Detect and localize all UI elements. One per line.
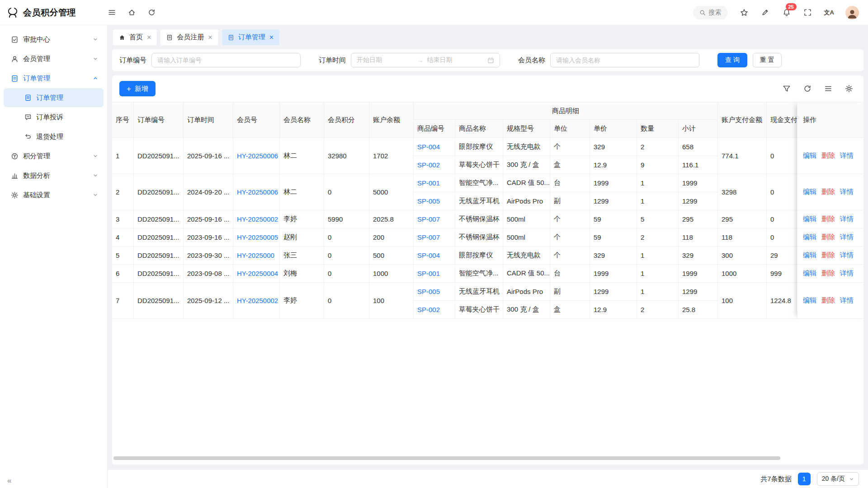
cell-product-qty: 1 [637, 246, 679, 265]
global-search[interactable]: 搜索 [693, 6, 728, 19]
tab-member-register[interactable]: 会员注册 × [160, 29, 218, 45]
gear-icon[interactable] [844, 84, 854, 93]
cell-product-qty: 2 [637, 228, 679, 246]
notification-bell-icon[interactable]: 25 [782, 8, 792, 18]
edit-link[interactable]: 编辑 [803, 152, 816, 160]
edit-link[interactable]: 编辑 [803, 215, 816, 223]
cell-product-unit: 台 [550, 174, 590, 192]
fullscreen-icon[interactable] [803, 8, 813, 18]
cell-member-name: 赵刚 [280, 228, 324, 246]
horizontal-scrollbar[interactable] [113, 456, 780, 460]
product-code-link[interactable]: SP-007 [417, 233, 440, 241]
delete-link[interactable]: 删除 [821, 233, 835, 242]
add-button[interactable]: + 新增 [119, 81, 156, 96]
refresh-icon[interactable] [803, 84, 812, 93]
detail-link[interactable]: 详情 [840, 251, 854, 260]
det​ail-link[interactable]: 详情 [840, 215, 854, 223]
avatar[interactable] [845, 6, 859, 19]
product-code-link[interactable]: SP-001 [417, 179, 440, 187]
col-member-points: 会员积分 [324, 102, 369, 138]
product-code-link[interactable]: SP-002 [417, 306, 440, 313]
close-icon[interactable]: × [147, 34, 151, 41]
density-icon[interactable] [824, 84, 833, 93]
sidebar-item-member-management[interactable]: 会员管理 [4, 49, 104, 68]
sidebar-subitem-return-processing[interactable]: 退货处理 [4, 127, 104, 146]
reset-button[interactable]: 重 置 [753, 53, 782, 67]
chevron-up-icon [93, 76, 98, 81]
delete-link[interactable]: 删除 [821, 215, 835, 223]
sidebar-subitem-order-complaint[interactable]: 订单投诉 [4, 108, 104, 127]
delete-link[interactable]: 删除 [821, 188, 835, 196]
star-icon[interactable] [739, 8, 749, 18]
tab-order-management[interactable]: 订单管理 × [222, 29, 279, 45]
sidebar-collapse-button[interactable]: « [7, 476, 11, 485]
edit-link[interactable]: 编辑 [803, 251, 816, 260]
language-icon[interactable]: 文A [824, 8, 834, 18]
delete-link[interactable]: 删除 [821, 269, 835, 278]
member-no-link[interactable]: HY-20250002 [237, 215, 278, 223]
cell-product-code: SP-007 [414, 228, 455, 246]
detail-link[interactable]: 详情 [840, 188, 854, 196]
hamburger-menu-icon[interactable] [107, 8, 117, 18]
delete-link[interactable]: 删除 [821, 152, 835, 160]
approval-icon [11, 36, 19, 43]
order-no-input[interactable] [151, 53, 301, 67]
search-button[interactable]: 查 询 [717, 53, 747, 67]
delete-link[interactable]: 删除 [821, 251, 835, 260]
sidebar-item-label: 积分管理 [23, 152, 50, 161]
theme-pen-icon[interactable] [760, 8, 770, 18]
col-unit: 单位 [550, 120, 590, 138]
product-code-link[interactable]: SP-005 [417, 197, 440, 205]
sidebar-item-approval-center[interactable]: 审批中心 [4, 30, 104, 49]
product-code-link[interactable]: SP-005 [417, 288, 440, 295]
calendar-icon [487, 57, 494, 64]
member-no-link[interactable]: HY-20250005 [237, 233, 278, 241]
member-no-link[interactable]: HY-20250006 [237, 188, 278, 196]
refresh-icon[interactable] [146, 8, 156, 18]
cell-order-time: 2023-09-30 ... [184, 246, 233, 265]
page-1-button[interactable]: 1 [798, 473, 811, 485]
detail-link[interactable]: 详情 [840, 269, 854, 278]
cell-product-spec: 无线充电款 [503, 246, 550, 265]
sidebar-item-data-analysis[interactable]: 数据分析 [4, 166, 104, 185]
edit-link[interactable]: 编辑 [803, 233, 816, 242]
detail-link[interactable]: 详情 [840, 152, 854, 160]
close-icon[interactable]: × [208, 34, 212, 41]
member-no-link[interactable]: HY-20250004 [237, 270, 278, 277]
product-code-link[interactable]: SP-001 [417, 270, 440, 277]
cell-product-price: 12.9 [590, 301, 637, 319]
edit-link[interactable]: 编辑 [803, 188, 816, 196]
member-no-link[interactable]: HY-20250002 [237, 297, 278, 304]
detail-link[interactable]: 详情 [840, 233, 854, 242]
sidebar-item-basic-settings[interactable]: 基础设置 [4, 185, 104, 204]
product-code-link[interactable]: SP-007 [417, 215, 440, 223]
cell-product-name: 眼部按摩仪 [455, 138, 503, 156]
col-product-group: 商品明细 [414, 102, 718, 120]
cell-product-subtotal: 658 [679, 138, 718, 156]
edit-link[interactable]: 编辑 [803, 269, 816, 278]
cell-member-points: 0 [324, 228, 369, 246]
page-size-select[interactable]: 20 条/页 [817, 472, 859, 486]
detail-link[interactable]: 详情 [840, 296, 854, 305]
sidebar-item-order-management[interactable]: 订单管理 [4, 69, 104, 88]
cell-seq: 7 [112, 283, 134, 319]
product-code-link[interactable]: SP-004 [417, 251, 440, 259]
cell-order-time: 2024-09-20 ... [184, 174, 233, 210]
tab-home[interactable]: 首页 × [113, 29, 157, 45]
member-no-link[interactable]: HY-2025000 [237, 251, 274, 259]
product-code-link[interactable]: SP-002 [417, 161, 440, 169]
sidebar-subitem-order-management[interactable]: 订单管理 [4, 88, 104, 107]
filter-funnel-icon[interactable] [782, 84, 791, 93]
product-code-link[interactable]: SP-004 [417, 143, 440, 151]
edit-link[interactable]: 编辑 [803, 296, 816, 305]
cell-member-name: 刘梅 [280, 265, 324, 283]
cell-product-code: SP-004 [414, 138, 455, 156]
close-icon[interactable]: × [269, 34, 274, 41]
sidebar-item-points-management[interactable]: 积分管理 [4, 147, 104, 166]
home-icon[interactable] [127, 8, 137, 18]
member-name-input[interactable] [550, 53, 699, 67]
table-toolbar: + 新增 [112, 81, 863, 102]
member-no-link[interactable]: HY-20250006 [237, 152, 278, 160]
delete-link[interactable]: 删除 [821, 296, 835, 305]
date-range-input[interactable]: 开始日期 → 结束日期 [351, 53, 500, 67]
